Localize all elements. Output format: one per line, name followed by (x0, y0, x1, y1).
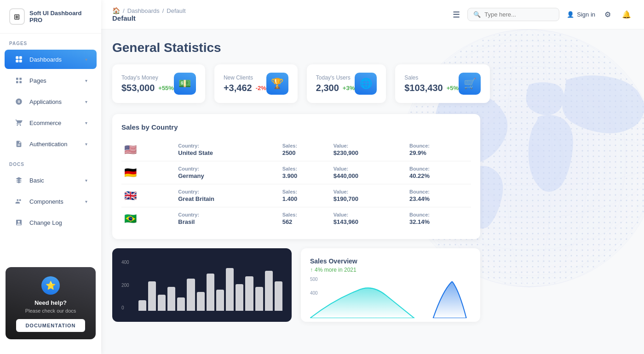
chevron-down-icon: ▾ (85, 57, 87, 62)
signin-button[interactable]: 👤 Sign in (567, 11, 595, 18)
country-cell-br: Country: Brasil (175, 207, 279, 230)
hamburger-icon[interactable]: ☰ (453, 10, 460, 20)
help-subtitle: Please check our docs (25, 308, 76, 314)
logo-icon: ⊞ (9, 8, 25, 25)
help-star-icon: ⭐ (41, 276, 60, 295)
topnav-right: 🔍 👤 Sign in ⚙ 🔔 (467, 8, 633, 21)
breadcrumb-sep2: / (162, 7, 164, 14)
bar-4 (167, 287, 175, 311)
value-cell-de: Value: $440,000 (331, 161, 407, 184)
stat-icon-sales: 🛒 (459, 73, 481, 95)
stat-label-users: Today's Users (316, 74, 355, 81)
bar-6 (187, 279, 195, 311)
bounce-cell-br: Bounce: 32.14% (407, 207, 471, 230)
chevron-down-icon: ▾ (85, 120, 87, 126)
svg-rect-0 (16, 56, 18, 59)
chart-y-label-0: 0 (121, 305, 129, 310)
sidebar-item-authentication[interactable]: Authentication ▾ (5, 134, 97, 154)
docs-section-label: DOCS (0, 154, 101, 170)
breadcrumb-dashboards[interactable]: Dashboards (127, 7, 160, 14)
svg-rect-3 (19, 60, 22, 63)
value-cell-gb: Value: $190,700 (331, 184, 407, 207)
sidebar-item-components[interactable]: Components ▾ (5, 192, 97, 211)
country-flag-cell-de: 🇩🇪 (121, 161, 175, 184)
user-icon: 👤 (567, 11, 574, 18)
sidebar-item-label-components: Components (29, 198, 80, 205)
table-row: 🇬🇧 Country: Great Britain Sales: 1.400 V… (121, 184, 471, 207)
overview-title: Sales Overview (310, 257, 471, 265)
sales-cell-de: Sales: 3.900 (280, 161, 331, 184)
bar-13 (255, 287, 263, 311)
bar-15 (275, 281, 282, 311)
chevron-down-icon: ▾ (85, 178, 87, 183)
stat-icon-users: 🌐 (355, 73, 377, 95)
stat-change-users: +3% (343, 85, 355, 91)
stat-value-users: 2,300 +3% (316, 83, 355, 93)
chart-y-label-400: 400 (121, 260, 129, 265)
svg-rect-7 (19, 81, 22, 83)
svg-rect-5 (19, 78, 22, 80)
sales-overview-card: Sales Overview ↑ 4% more in 2021 500 400 (301, 248, 480, 322)
sidebar-item-ecommerce[interactable]: Ecommerce ▾ (5, 113, 97, 132)
search-input[interactable] (484, 11, 553, 18)
bounce-cell-gb: Bounce: 23.44% (407, 184, 471, 207)
sidebar-item-pages[interactable]: Pages ▾ (5, 71, 97, 90)
svg-rect-2 (16, 60, 18, 63)
bounce-cell-de: Bounce: 40.22% (407, 161, 471, 184)
ecommerce-icon (14, 118, 24, 128)
documentation-button[interactable]: DOCUMENTATION (16, 319, 85, 332)
applications-icon (14, 97, 24, 107)
settings-icon[interactable]: ⚙ (603, 8, 613, 21)
stat-info-sales: Sales $103,430 +5% (404, 74, 459, 93)
bar-9 (216, 290, 224, 311)
sidebar-item-basic[interactable]: Basic ▾ (5, 171, 97, 190)
sidebar-item-label-basic: Basic (29, 177, 80, 184)
flag-de: 🇩🇪 (124, 167, 137, 178)
country-cell-gb: Country: Great Britain (175, 184, 279, 207)
stat-card-sales: Sales $103,430 +5% 🛒 (395, 64, 490, 103)
stat-icon-money: 💵 (174, 73, 196, 95)
stat-card-money: Today's Money $53,000 +55% 💵 (112, 64, 205, 103)
overview-change: ↑ 4% more in 2021 (310, 267, 471, 273)
sidebar: ⊞ Soft UI Dashboard PRO PAGES Dashboards… (0, 0, 101, 354)
help-card: ⭐ Need help? Please check our docs DOCUM… (6, 267, 96, 339)
stat-change-clients: -2% (256, 85, 266, 91)
sidebar-item-dashboards[interactable]: Dashboards ▾ (5, 50, 97, 69)
stat-change-money: +55% (158, 85, 174, 91)
home-icon[interactable]: 🏠 (112, 7, 120, 14)
stat-label-clients: New Clients (224, 74, 266, 81)
sales-by-country-title: Sales by Country (121, 123, 471, 131)
breadcrumb: 🏠 / Dashboards / Default Default (112, 7, 445, 22)
auth-icon (14, 139, 24, 149)
bar-5 (177, 297, 185, 311)
sidebar-item-applications[interactable]: Applications ▾ (5, 92, 97, 111)
country-cell-us: Country: United State (175, 138, 279, 161)
breadcrumb-sep1: / (123, 7, 125, 14)
sidebar-item-changelog[interactable]: Change Log (5, 213, 97, 232)
sidebar-item-label-ecommerce: Ecommerce (29, 120, 80, 126)
bar-12 (245, 276, 253, 311)
stat-info-clients: New Clients +3,462 -2% (224, 74, 266, 93)
table-row: 🇩🇪 Country: Germany Sales: 3.900 Value: (121, 161, 471, 184)
stat-card-users: Today's Users 2,300 +3% 🌐 (307, 64, 386, 103)
stat-label-sales: Sales (404, 74, 459, 81)
stat-value-sales: $103,430 +5% (404, 83, 459, 93)
flag-us: 🇺🇸 (124, 144, 137, 156)
bar-chart-card: 400 200 0 (112, 248, 292, 322)
stat-icon-clients: 🏆 (266, 73, 288, 95)
topnav: 🏠 / Dashboards / Default Default ☰ 🔍 👤 S… (101, 0, 644, 29)
value-cell-br: Value: $143,960 (331, 207, 407, 230)
chevron-down-icon: ▾ (85, 78, 87, 83)
bar-11 (236, 284, 243, 311)
breadcrumb-default: Default (167, 7, 185, 14)
stat-card-clients: New Clients +3,462 -2% 🏆 (214, 64, 298, 103)
sales-cell-br: Sales: 562 (280, 207, 331, 230)
country-cell-de: Country: Germany (175, 161, 279, 184)
bar-3 (158, 295, 166, 311)
bell-icon[interactable]: 🔔 (620, 8, 633, 21)
sidebar-item-label-changelog: Change Log (29, 219, 87, 226)
basic-icon (14, 175, 24, 185)
search-box[interactable]: 🔍 (467, 8, 559, 21)
sidebar-item-label-dashboards: Dashboards (29, 56, 80, 63)
main-content: 🏠 / Dashboards / Default Default ☰ 🔍 👤 S… (101, 0, 644, 354)
